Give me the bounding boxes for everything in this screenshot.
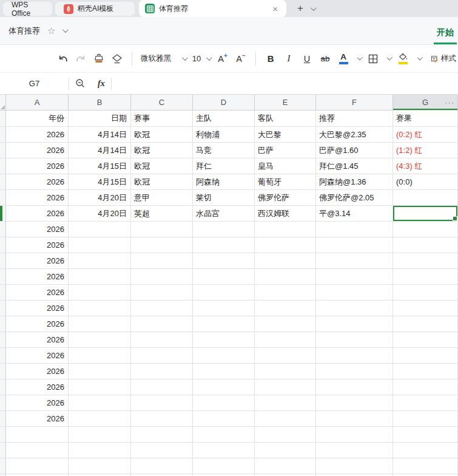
cell-B13[interactable] [69,301,131,316]
cell-D16[interactable] [193,348,255,364]
redo-button[interactable] [73,50,88,67]
cell-D8[interactable] [193,222,255,237]
cell-B19[interactable] [69,395,131,411]
row-header-8[interactable] [0,222,6,237]
cell-B14[interactable] [69,316,131,332]
cell-E14[interactable] [255,316,316,332]
cell-C9[interactable] [131,237,193,253]
cell-A16[interactable]: 2026 [6,348,69,364]
cell-C18[interactable] [131,379,193,395]
cell-E3[interactable]: 巴萨 [255,143,316,158]
cell-A7[interactable]: 2026 [6,206,69,222]
cell-D17[interactable] [193,364,255,379]
row-header-9[interactable] [0,237,6,253]
column-header-G[interactable]: G··· [393,95,458,110]
tab-list-chevron-icon[interactable] [311,5,317,11]
cell-D9[interactable] [193,237,255,253]
cell-D13[interactable] [193,301,255,316]
row-header-21[interactable] [0,427,6,443]
cell-F23[interactable] [316,458,393,474]
tab-wps-office[interactable]: WPS Office [3,2,52,16]
cell-G16[interactable] [393,348,458,364]
cell-G10[interactable] [393,253,458,269]
cell-G4[interactable]: (4:3) 红 [393,158,458,174]
cell-C20[interactable] [131,411,193,427]
cell-B8[interactable] [69,222,131,237]
cell-C14[interactable] [131,316,193,332]
cell-C19[interactable] [131,395,193,411]
increase-font-button[interactable]: A+ [215,50,230,67]
cell-B9[interactable] [69,237,131,253]
row-header-18[interactable] [0,379,6,395]
format-painter-button[interactable] [92,50,106,67]
row-header-3[interactable] [0,143,6,158]
cell-F11[interactable] [316,269,393,285]
cell-A22[interactable] [6,443,69,458]
cell-B6[interactable]: 4月20日 [69,190,131,206]
cell-A2[interactable]: 2026 [6,127,69,143]
cell-F4[interactable]: 拜仁@1.45 [316,158,393,174]
cell-style-button[interactable]: 样式 [431,50,456,67]
cell-E21[interactable] [255,427,316,443]
row-header-16[interactable] [0,348,6,364]
cell-D2[interactable]: 利物浦 [193,127,255,143]
cell-C11[interactable] [131,269,193,285]
cell-B5[interactable]: 4月15日 [69,174,131,190]
cell-A9[interactable]: 2026 [6,237,69,253]
cell-B11[interactable] [69,269,131,285]
new-tab-button[interactable]: + [295,2,306,15]
strikethrough-button[interactable]: ab [318,50,332,67]
cell-E16[interactable] [255,348,316,364]
column-header-B[interactable]: B [69,95,131,110]
cell-A21[interactable] [6,427,69,443]
bold-button[interactable]: B [263,50,278,67]
cell-B22[interactable] [69,443,131,458]
cell-A20[interactable]: 2026 [6,411,69,427]
cell-C21[interactable] [131,427,193,443]
cell-D1[interactable]: 主队 [193,110,255,127]
cell-B20[interactable] [69,411,131,427]
cell-F12[interactable] [316,285,393,301]
cell-D3[interactable]: 马竞 [193,143,255,158]
cell-C23[interactable] [131,458,193,474]
cell-C3[interactable]: 欧冠 [131,143,193,158]
cell-D12[interactable] [193,285,255,301]
cell-G18[interactable] [393,379,458,395]
select-all-corner[interactable] [0,95,6,110]
cell-F16[interactable] [316,348,393,364]
cell-A23[interactable] [6,458,69,474]
font-color-chevron-icon[interactable] [357,55,363,60]
cell-B17[interactable] [69,364,131,379]
row-header-17[interactable] [0,364,6,379]
cell-E15[interactable] [255,332,316,348]
row-header-7[interactable] [0,206,6,222]
undo-button[interactable] [55,50,70,67]
cell-G6[interactable] [393,190,458,206]
cell-A18[interactable]: 2026 [6,379,69,395]
cell-F1[interactable]: 推荐 [316,110,393,127]
cell-C10[interactable] [131,253,193,269]
tab-document-active[interactable]: 体育推荐 × [139,0,286,17]
cell-B4[interactable]: 4月15日 [69,158,131,174]
name-box[interactable]: G7 [0,79,69,88]
cell-G9[interactable] [393,237,458,253]
row-header-5[interactable] [0,174,6,190]
borders-button[interactable] [366,50,380,67]
cell-E2[interactable]: 大巴黎 [255,127,316,143]
cell-F19[interactable] [316,395,393,411]
cell-C4[interactable]: 欧冠 [131,158,193,174]
cell-C17[interactable] [131,364,193,379]
cell-G23[interactable] [393,458,458,474]
cell-B10[interactable] [69,253,131,269]
underline-button[interactable]: U [300,50,314,67]
ribbon-tab-home[interactable]: 开始 [434,27,457,44]
row-header-15[interactable] [0,332,6,348]
favorite-star-icon[interactable]: ☆ [47,25,55,36]
cell-A8[interactable]: 2026 [6,222,69,237]
cell-E11[interactable] [255,269,316,285]
cell-C8[interactable] [131,222,193,237]
column-header-E[interactable]: E [255,95,316,110]
cell-D19[interactable] [193,395,255,411]
cell-F5[interactable]: 阿森纳@1.36 [316,174,393,190]
cell-D15[interactable] [193,332,255,348]
